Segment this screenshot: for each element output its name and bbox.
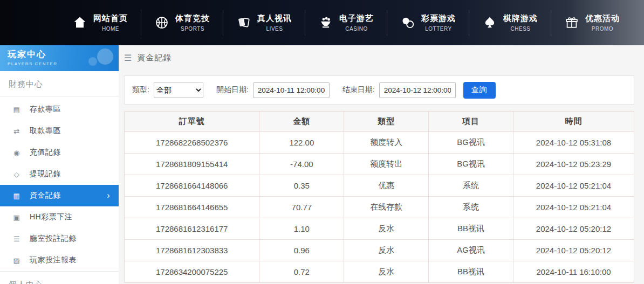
time-cell: 2024-10-11 16:10:00 — [513, 261, 634, 283]
table-row: 1728681664148066 0.35 优惠 系统 2024-10-12 0… — [125, 175, 634, 197]
time-cell: 2024-10-12 05:23:29 — [513, 154, 634, 175]
sidebar-item-label: 充值記錄 — [30, 148, 61, 157]
jackpot-pot-icon — [318, 15, 333, 30]
sidebar-item-withdrawal-records[interactable]: ◇ 提現記錄 — [0, 163, 119, 185]
type-column-header: 類型 — [344, 112, 429, 132]
player-report-icon: ▨ — [12, 257, 22, 265]
controller-graphic — [86, 47, 113, 69]
table-row: 1728681612316177 1.10 反水 BB视讯 2024-10-12… — [125, 218, 634, 240]
type-cell: 反水 — [344, 218, 429, 240]
sports-ball-icon — [154, 15, 169, 30]
item-cell: 系统 — [429, 175, 513, 197]
nav-item-promo[interactable]: 优惠活动 PROMO — [551, 10, 633, 36]
order-cell: 1728681612316177 — [125, 218, 259, 240]
type-cell: 在线存款 — [344, 197, 429, 218]
time-cell: 2024-10-12 05:21:04 — [513, 197, 634, 218]
nav-label-en: LIVES — [266, 26, 283, 32]
playing-cards-icon — [236, 15, 251, 30]
filter-bar: 類型: 全部 開始日期: 结束日期: 查詢 — [124, 75, 634, 105]
nav-item-lives[interactable]: 真人视讯 LIVES — [223, 10, 305, 36]
sidebar-item-recharge-records[interactable]: ◉ 充值記錄 — [0, 142, 119, 163]
menu-toggle-icon[interactable]: ☰ — [124, 53, 132, 63]
time-cell: 2024-10-12 05:31:08 — [513, 132, 634, 154]
item-cell: BB视讯 — [429, 218, 513, 240]
breadcrumb: ☰ 資金記錄 — [124, 45, 634, 70]
table-header-row: 訂單號 金額 類型 項目 時間 — [125, 112, 634, 132]
time-cell: 2024-10-12 05:21:04 — [513, 175, 634, 197]
order-cell: 1728681612303833 — [125, 240, 259, 261]
sidebar-item-deposit-area[interactable]: ▤ 存款專區 — [0, 99, 119, 120]
nav-label-zh: 彩票游戏 — [421, 13, 456, 24]
item-column-header: 項目 — [429, 112, 513, 132]
order-cell: 1728634200075225 — [125, 261, 259, 283]
players-center-header: 玩家中心 PLAYERS CENTER — [0, 45, 119, 71]
nav-item-casino[interactable]: 电子游艺 CASINO — [305, 10, 387, 36]
sidebar-item-hall-bet-records[interactable]: ☰ 廳室投註記錄 — [0, 228, 119, 250]
start-date-input[interactable] — [253, 82, 330, 98]
start-date-label: 開始日期: — [216, 85, 249, 95]
table-row: 1728681809155414 -74.00 额度转出 BG视讯 2024-1… — [125, 154, 634, 175]
top-navigation: 网站首页 HOME 体育竞技 SPORTS 真人视讯 LIVES — [0, 0, 644, 45]
sidebar-item-funds-records[interactable]: ▦ 資金記錄 › — [0, 185, 119, 206]
type-cell: 优惠 — [344, 175, 429, 197]
nav-label-zh: 网站首页 — [93, 13, 128, 24]
order-cell: 1728681809155414 — [125, 154, 259, 175]
table-row: 1728634200075225 0.72 反水 BB视讯 2024-10-11… — [125, 261, 634, 283]
lottery-bet-icon: ▣ — [12, 213, 22, 221]
type-cell: 额度转入 — [344, 132, 429, 154]
type-label: 類型: — [132, 85, 149, 95]
type-cell: 反水 — [344, 261, 429, 283]
nav-item-home[interactable]: 网站首页 HOME — [59, 10, 141, 36]
section-title-finance: 財務中心 — [0, 71, 119, 96]
nav-label-en: SPORTS — [181, 26, 204, 32]
nav-item-sports[interactable]: 体育竞技 SPORTS — [141, 10, 223, 36]
amount-cell: 70.77 — [259, 197, 344, 218]
home-icon — [72, 15, 87, 30]
sidebar-item-hh-lottery-bets[interactable]: ▣ HH彩票下注 — [0, 206, 119, 228]
nav-item-chess[interactable]: 棋牌游戏 CHESS — [469, 10, 551, 36]
nav-label-en: CASINO — [345, 26, 367, 32]
amount-cell: 1.10 — [259, 218, 344, 240]
chevron-right-icon: › — [107, 191, 110, 200]
order-number-column-header: 訂單號 — [125, 112, 259, 132]
recharge-record-icon: ◉ — [12, 149, 22, 157]
sidebar-item-withdraw-area[interactable]: ⇄ 取款專區 — [0, 120, 119, 142]
item-cell: AG视讯 — [429, 240, 513, 261]
sidebar-item-label: HH彩票下注 — [30, 212, 72, 222]
amount-cell: 0.72 — [259, 261, 344, 283]
finance-menu: ▤ 存款專區 ⇄ 取款專區 ◉ 充值記錄 ◇ 提現記錄 ▦ 資金記錄 › ▣ — [0, 96, 119, 271]
nav-label-en: LOTTERY — [425, 26, 451, 32]
nav-label-zh: 体育竞技 — [175, 13, 210, 24]
section-title-personal: 個人中心 — [0, 271, 119, 284]
funds-record-table: 訂單號 金額 類型 項目 時間 1728682268502376 122.00 … — [124, 111, 634, 283]
sidebar-item-label: 取款專區 — [30, 126, 61, 136]
item-cell: BB视讯 — [429, 261, 513, 283]
nav-label-en: CHESS — [511, 26, 531, 32]
sidebar-item-label: 廳室投註記錄 — [30, 234, 77, 244]
order-cell: 1728681664146655 — [125, 197, 259, 218]
nav-label-zh: 真人视讯 — [257, 13, 292, 24]
type-select[interactable]: 全部 — [154, 82, 203, 98]
nav-label-zh: 电子游艺 — [339, 13, 374, 24]
hall-bet-record-icon: ☰ — [12, 235, 22, 243]
sidebar-item-player-bet-report[interactable]: ▨ 玩家投注報表 — [0, 250, 119, 271]
page-title: 資金記錄 — [137, 53, 172, 63]
nav-item-lottery[interactable]: 彩票游戏 LOTTERY — [387, 10, 469, 36]
amount-cell: -74.00 — [259, 154, 344, 175]
gift-icon — [564, 15, 579, 30]
sidebar: 玩家中心 PLAYERS CENTER 財務中心 ▤ 存款專區 ⇄ 取款專區 ◉… — [0, 45, 119, 284]
nav-label-zh: 棋牌游戏 — [503, 13, 538, 24]
table-row: 1728681612303833 0.96 反水 AG视讯 2024-10-12… — [125, 240, 634, 261]
table-row: 1728681664146655 70.77 在线存款 系统 2024-10-1… — [125, 197, 634, 218]
search-button[interactable]: 查詢 — [463, 82, 496, 99]
type-cell: 额度转出 — [344, 154, 429, 175]
withdraw-icon: ⇄ — [12, 127, 22, 135]
nav-label-en: PROMO — [592, 26, 613, 32]
time-cell: 2024-10-12 05:20:12 — [513, 240, 634, 261]
withdrawal-record-icon: ◇ — [12, 170, 22, 178]
sidebar-item-label: 提現記錄 — [30, 169, 61, 179]
main-content: ☰ 資金記錄 類型: 全部 開始日期: 结束日期: 查詢 訂單號 — [119, 45, 644, 284]
end-date-input[interactable] — [379, 82, 456, 98]
sidebar-item-label: 資金記錄 — [30, 191, 61, 200]
order-cell: 1728682268502376 — [125, 132, 259, 154]
